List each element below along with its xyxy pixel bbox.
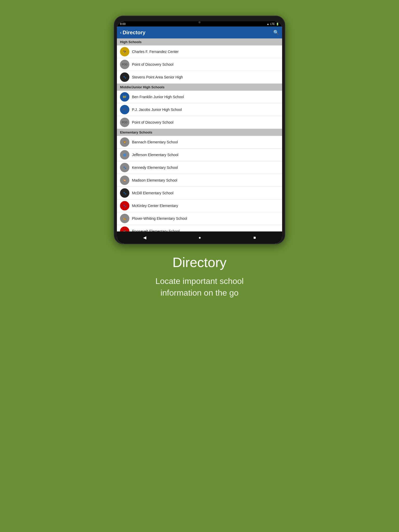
bottom-section: Directory Locate important schoolinforma… [145,255,254,299]
nav-home-button[interactable]: ● [193,234,206,241]
school-name: Point of Discovery School [132,120,174,124]
page-title: Directory [123,30,273,36]
school-logo: 🐾 [120,201,129,210]
list-item[interactable]: PJP.J. Jacobs Junior High School [117,103,282,116]
school-logo: 🐾 [120,188,129,198]
school-logo: 🌀 [120,150,129,159]
nav-bar: ◀ ● ■ [117,231,282,244]
list-item[interactable]: PODPoint of Discovery School [117,58,282,71]
list-item[interactable]: 🦅Charles F. Fernandez Center [117,45,282,58]
school-name: Stevens Point Area Senior High [132,75,183,79]
school-name: Ben Franklin Junior High School [132,95,184,99]
list-item[interactable]: 🐎Madison Elementary School [117,174,282,187]
school-name: Point of Discovery School [132,62,174,66]
section-header-high-schools: High Schools [117,38,282,45]
section-header-middle/junior-high-schools: Middle/Junior High Schools [117,84,282,91]
battery-icon: 🔋 [276,23,279,25]
list-item[interactable]: 🐾Stevens Point Area Senior High [117,71,282,84]
nav-recent-button[interactable]: ■ [248,234,261,241]
back-button[interactable]: ‹ [120,30,122,35]
status-right: ▲ LTE 🔋 [267,23,279,25]
list-item[interactable]: 🦁Bannach Elementary School [117,136,282,149]
school-logo: 🐎 [120,176,129,185]
bottom-title: Directory [155,255,244,270]
list-item[interactable]: BFBen Franklin Junior High School [117,91,282,103]
school-logo: 🐾 [120,72,129,82]
status-time: 8:00 [120,22,125,25]
school-name: Jefferson Elementary School [132,153,178,157]
school-name: Charles F. Fernandez Center [132,50,179,54]
list-item[interactable]: 🦅Roosevelt Elementary School [117,225,282,231]
app-header: ‹ Directory 🔍 [117,26,282,38]
school-name: Madison Elementary School [132,178,177,182]
search-icon[interactable]: 🔍 [273,30,279,35]
school-name: Plover-Whiting Elementary School [132,216,187,221]
school-name: Bannach Elementary School [132,140,178,144]
school-name: McKinley Center Elementary [132,204,178,208]
school-logo: POD [120,60,129,69]
school-logo: 🐾 [120,163,129,172]
tablet-screen: 8:00 ▲ LTE 🔋 ‹ Directory 🔍 High Schools🦅… [117,21,282,244]
section-header-elementary-schools: Elementary Schools [117,129,282,136]
list-item[interactable]: PODPoint of Discovery School [117,116,282,129]
network-label: LTE [270,23,275,25]
school-logo: 🦅 [120,47,129,56]
nav-back-button[interactable]: ◀ [138,234,151,241]
list-item[interactable]: 🐆Plover-Whiting Elementary School [117,212,282,225]
school-name: McDill Elementary School [132,191,174,195]
signal-icon: ▲ [267,23,269,25]
school-name: Kennedy Elementary School [132,165,178,170]
tablet-frame: 8:00 ▲ LTE 🔋 ‹ Directory 🔍 High Schools🦅… [114,16,285,244]
school-logo: 🦅 [120,227,129,231]
list-item[interactable]: 🐾Kennedy Elementary School [117,161,282,174]
school-list: High Schools🦅Charles F. Fernandez Center… [117,38,282,231]
list-item[interactable]: 🐾McDill Elementary School [117,187,282,200]
school-name: Roosevelt Elementary School [132,229,180,231]
school-logo: 🐆 [120,214,129,223]
school-logo: POD [120,118,129,127]
tablet-camera [198,21,201,23]
school-logo: 🦁 [120,137,129,147]
bottom-subtitle: Locate important schoolinformation on th… [155,275,244,299]
school-logo: PJ [120,105,129,114]
list-item[interactable]: 🌀Jefferson Elementary School [117,149,282,161]
school-name: P.J. Jacobs Junior High School [132,108,182,112]
school-logo: BF [120,92,129,102]
list-item[interactable]: 🐾McKinley Center Elementary [117,200,282,212]
